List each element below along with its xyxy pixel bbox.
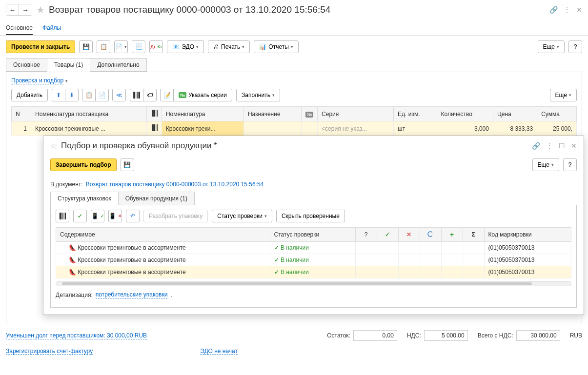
save-button[interactable]: 💾: [79, 40, 93, 53]
structure-row[interactable]: 👠 Кроссовки трекинговые в ассортименте ✓…: [56, 266, 571, 278]
kebab-menu-icon[interactable]: ⋮: [564, 6, 570, 14]
inner-col-check[interactable]: ✓: [377, 228, 398, 242]
barcode-button[interactable]: [130, 89, 143, 101]
phone-cross-button[interactable]: 📱✕: [108, 210, 122, 222]
col-price[interactable]: Цена: [493, 107, 537, 121]
reports-button[interactable]: 📊 Отчеты ▾: [254, 40, 298, 53]
vat-value: 5 000,00: [424, 330, 468, 341]
edo-status-link[interactable]: ЭДО не начат: [200, 348, 238, 355]
shoe-icon: 👠: [69, 269, 76, 276]
register-invoice-link[interactable]: Зарегистрировать счет-фактуру: [6, 348, 93, 355]
tab-shoes[interactable]: Обувная продукция (1): [118, 192, 195, 205]
more-button[interactable]: Еще ▾: [538, 40, 565, 53]
barcode-icon: [133, 92, 140, 99]
move-down-button[interactable]: ⬇: [65, 89, 79, 101]
modal-link-icon[interactable]: 🔗: [532, 142, 540, 150]
inner-col-sigma[interactable]: Σ: [463, 228, 484, 242]
series-button[interactable]: № Указать серии: [173, 89, 232, 101]
back-button[interactable]: ←: [6, 4, 19, 15]
check-status-button[interactable]: Статус проверки ▾: [212, 210, 272, 222]
modal-kebab-icon[interactable]: ⋮: [546, 142, 553, 150]
phone-check-button[interactable]: 📱✓: [91, 210, 104, 222]
modal-doc-field: В документ: Возврат товаров поставщику 0…: [50, 181, 577, 188]
favorite-star-icon[interactable]: ★: [36, 4, 45, 16]
doc-tab-extra[interactable]: Дополнительно: [90, 58, 146, 72]
modal-tabs: Структура упаковок Обувная продукция (1): [50, 192, 577, 205]
inner-col-clock[interactable]: [420, 228, 441, 242]
copy-doc-button[interactable]: 📄▾: [114, 40, 128, 53]
paste-row-button[interactable]: 📄: [95, 89, 109, 101]
dt-kt-button[interactable]: ДтКт: [149, 40, 163, 53]
modal-star-icon[interactable]: ☆: [50, 141, 57, 151]
copy-row-button[interactable]: 📋: [82, 89, 96, 101]
inner-col-status[interactable]: Статус проверки: [270, 228, 355, 242]
table-more-button[interactable]: Еще ▾: [550, 89, 577, 101]
barcode-icon: [151, 124, 158, 131]
print-button[interactable]: 🖨 Печать ▾: [208, 40, 250, 53]
horizontal-scrollbar[interactable]: [56, 281, 571, 286]
col-supplier-item[interactable]: Номенклатура поставщика: [31, 107, 147, 121]
inner-col-question[interactable]: ?: [355, 228, 377, 242]
col-item[interactable]: Номенклатура: [162, 107, 243, 121]
goods-toolbar: Добавить ⬆ ⬇ 📋 📄 ≪ 🏷 📝 № Указать серии З…: [11, 89, 577, 101]
shoe-icon: 👠: [69, 244, 76, 251]
col-unit[interactable]: Ед. изм.: [394, 107, 437, 121]
inner-col-cross[interactable]: ✕: [398, 228, 420, 242]
undo-button[interactable]: ↶: [126, 210, 140, 222]
tag-button[interactable]: 🏷: [143, 89, 157, 101]
structure-row[interactable]: 👠 Кроссовки трекинговые в ассортименте ✓…: [56, 242, 571, 254]
scan-barcode-button[interactable]: [56, 210, 69, 222]
finish-selection-button[interactable]: Завершить подбор: [50, 158, 117, 171]
detail-link[interactable]: потребительские упаковки: [96, 291, 168, 298]
check-list-button[interactable]: 📝: [160, 89, 174, 101]
chevron-down-icon: ▾: [65, 79, 68, 83]
col-sum[interactable]: Сумма: [537, 107, 577, 121]
inner-col-mark[interactable]: Код маркировки: [484, 228, 571, 242]
inner-col-content[interactable]: Содержимое: [56, 228, 270, 242]
forward-button[interactable]: →: [19, 4, 32, 15]
create-based-button[interactable]: 📃: [132, 40, 145, 53]
check-select-link[interactable]: Проверка и подбор: [11, 77, 63, 84]
move-up-button[interactable]: ⬆: [52, 89, 65, 101]
fill-button[interactable]: Заполнить ▾: [236, 89, 280, 101]
edo-button[interactable]: 📧 ЭДО ▾: [167, 40, 204, 53]
col-purpose[interactable]: Назначение: [243, 107, 302, 121]
modal-toolbar: Завершить подбор 💾 Еще ▾ ?: [43, 156, 584, 174]
hide-checked-button[interactable]: Скрыть проверенные: [276, 210, 345, 222]
table-row[interactable]: 1 Кроссовки трекинговые ... Кроссовки тр…: [12, 121, 577, 136]
debt-link[interactable]: Уменьшен долг перед поставщиком: 30 000,…: [6, 332, 147, 339]
link-icon[interactable]: 🔗: [549, 6, 558, 14]
col-qty[interactable]: Количество: [437, 107, 493, 121]
unpack-button[interactable]: Разобрать упаковку: [143, 210, 208, 222]
tab-structure[interactable]: Структура упаковок: [50, 192, 119, 205]
modal-close-icon[interactable]: ✕: [571, 142, 577, 150]
close-icon[interactable]: ✕: [576, 6, 582, 14]
modal-maximize-icon[interactable]: ☐: [559, 142, 565, 150]
add-button[interactable]: Добавить: [11, 89, 48, 101]
col-series-icon: №: [302, 107, 318, 121]
check-button[interactable]: ✓: [73, 210, 87, 222]
col-n[interactable]: N: [12, 107, 31, 121]
modal-more-button[interactable]: Еще ▾: [532, 158, 559, 171]
modal-title: Подбор и проверка обувной продукции *: [61, 141, 217, 151]
modal-header: ☆ Подбор и проверка обувной продукции * …: [43, 136, 584, 156]
modal-doc-link[interactable]: Возврат товаров поставщику 0000-000003 о…: [86, 181, 264, 188]
share-button[interactable]: ≪: [112, 89, 126, 101]
post-and-close-button[interactable]: Провести и закрыть: [6, 40, 75, 53]
goods-table: N Номенклатура поставщика Номенклатура Н…: [11, 106, 577, 136]
plus-icon: +: [450, 231, 454, 238]
col-series[interactable]: Серия: [318, 107, 394, 121]
main-toolbar: Провести и закрыть 💾 📋 📄▾ 📃 ДтКт 📧 ЭДО ▾…: [0, 36, 588, 58]
modal-save-button[interactable]: 💾: [121, 158, 134, 171]
doc-tab-goods[interactable]: Товары (1): [47, 58, 90, 72]
footer-bar: Уменьшен долг перед поставщиком: 30 000,…: [0, 325, 588, 346]
nav-tab-files[interactable]: Файлы: [42, 21, 61, 35]
structure-row[interactable]: 👠 Кроссовки трекинговые в ассортименте ✓…: [56, 254, 571, 266]
inner-toolbar: ✓ 📱✓ 📱✕ ↶ Разобрать упаковку Статус пров…: [56, 210, 571, 222]
doc-tab-main[interactable]: Основное: [6, 58, 47, 72]
post-button[interactable]: 📋: [97, 40, 110, 53]
inner-col-plus[interactable]: +: [441, 228, 463, 242]
help-button[interactable]: ?: [568, 40, 582, 53]
nav-tab-main[interactable]: Основное: [6, 21, 33, 35]
modal-help-button[interactable]: ?: [563, 158, 577, 171]
